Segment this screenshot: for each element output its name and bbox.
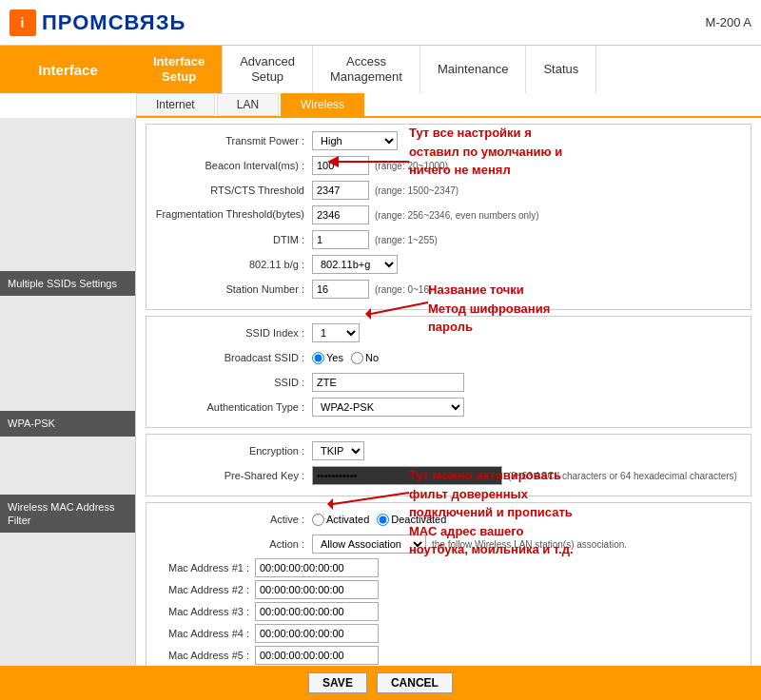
nav-tabs: InterfaceSetup AdvancedSetup AccessManag…	[136, 46, 761, 93]
dtim-input[interactable]	[312, 230, 369, 249]
nav-sidebar: Interface	[0, 46, 136, 93]
sub-tab-lan[interactable]: LAN	[217, 93, 279, 116]
mode-label: 802.11 b/g :	[150, 258, 312, 271]
mac-action-row: Action : Allow Association Deny Associat…	[150, 534, 747, 554]
transmit-power-select[interactable]: High Medium Low	[312, 131, 398, 150]
mac-address-3-input[interactable]	[255, 602, 379, 621]
mac-active-label: Active :	[150, 513, 312, 526]
mac-address-5-input[interactable]	[255, 646, 379, 665]
mac-address-1-label: Mac Address #1 :	[150, 562, 255, 574]
deactivated-radio[interactable]	[377, 514, 389, 526]
ssid-name-input[interactable]	[312, 373, 464, 392]
mac-address-1-row: Mac Address #1 :	[150, 558, 747, 577]
mac-active-radio-group: Activated Deactivated	[312, 514, 446, 526]
sub-tab-internet[interactable]: Internet	[136, 93, 215, 116]
beacon-label: Beacon Interval(ms) :	[150, 159, 312, 172]
rts-input[interactable]	[312, 181, 369, 200]
tab-maintenance[interactable]: Maintenance	[420, 46, 526, 93]
station-label: Station Number :	[150, 282, 312, 296]
beacon-row: Beacon Interval(ms) : (range: 20~1000)	[150, 155, 747, 176]
mac-address-2-row: Mac Address #2 :	[150, 580, 747, 599]
logo-icon: i	[10, 10, 36, 36]
broadcast-ssid-label: Broadcast SSID :	[150, 351, 312, 364]
broadcast-no-label[interactable]: No	[351, 352, 379, 364]
transmit-power-row: Transmit Power : High Medium Low	[150, 130, 747, 151]
transmit-power-label: Transmit Power :	[150, 134, 312, 147]
mode-row: 802.11 b/g : 802.11b+g 802.11b 802.11g	[150, 254, 747, 275]
beacon-input[interactable]	[312, 156, 369, 175]
sidebar: Multiple SSIDs Settings WPA-PSK Wireless…	[0, 118, 136, 700]
broadcast-yes-radio[interactable]	[312, 352, 324, 364]
header: i ПРОМСВЯЗЬ M-200 A	[0, 0, 761, 46]
mac-address-1-input[interactable]	[255, 558, 379, 577]
mac-address-4-label: Mac Address #4 :	[150, 628, 255, 639]
ssid-section: SSID Index : 1234 Broadcast SSID : Yes N…	[146, 316, 751, 428]
sub-tab-wireless[interactable]: Wireless	[281, 93, 364, 116]
model-label: M-200 A	[706, 15, 751, 29]
dtim-label: DTIM :	[150, 233, 312, 246]
content-area: Transmit Power : High Medium Low Beacon …	[136, 118, 761, 700]
auth-type-select[interactable]: WPA2-PSK WPA-PSK None	[312, 398, 464, 417]
ssid-index-row: SSID Index : 1234	[150, 322, 747, 343]
frag-row: Fragmentation Threshold(bytes) (range: 2…	[150, 204, 747, 225]
logo: i ПРОМСВЯЗЬ	[10, 10, 185, 36]
encryption-select[interactable]: TKIP AES TKIP+AES	[312, 441, 364, 460]
frag-label: Fragmentation Threshold(bytes)	[150, 208, 312, 221]
psk-input[interactable]	[312, 466, 502, 485]
ssid-index-select[interactable]: 1234	[312, 323, 360, 342]
ssid-name-row: SSID :	[150, 372, 747, 393]
mac-action-suffix: the follow Wireless LAN station(s) assoc…	[432, 539, 627, 550]
nav-bar: Interface InterfaceSetup AdvancedSetup A…	[0, 46, 761, 93]
beacon-hint: (range: 20~1000)	[375, 161, 448, 171]
encryption-label: Encryption :	[150, 444, 312, 457]
wireless-general-section: Transmit Power : High Medium Low Beacon …	[146, 124, 751, 310]
tab-interface-setup[interactable]: InterfaceSetup	[136, 46, 223, 93]
ssid-index-label: SSID Index :	[150, 326, 312, 340]
broadcast-ssid-row: Broadcast SSID : Yes No	[150, 347, 747, 368]
mac-active-row: Active : Activated Deactivated	[150, 509, 747, 530]
tab-advanced-setup[interactable]: AdvancedSetup	[223, 46, 313, 93]
sidebar-section-mac[interactable]: Wireless MAC Address Filter	[0, 495, 135, 534]
psk-label: Pre-Shared Key :	[150, 469, 312, 482]
sub-nav: Internet LAN Wireless	[136, 93, 761, 118]
broadcast-no-radio[interactable]	[351, 352, 363, 364]
tab-status[interactable]: Status	[526, 46, 596, 93]
station-hint: (range: 0~16)	[375, 284, 432, 295]
broadcast-yes-label[interactable]: Yes	[312, 352, 343, 364]
sidebar-section-wpa[interactable]: WPA-PSK	[0, 411, 135, 436]
mode-select[interactable]: 802.11b+g 802.11b 802.11g	[312, 255, 398, 274]
wpa-section: Encryption : TKIP AES TKIP+AES Pre-Share…	[146, 434, 751, 496]
psk-row: Pre-Shared Key : (8~63 ASCII characters …	[150, 465, 747, 486]
mac-address-5-row: Mac Address #5 :	[150, 646, 747, 665]
frag-hint: (range: 256~2346, even numbers only)	[375, 210, 539, 221]
dtim-hint: (range: 1~255)	[375, 235, 438, 245]
auth-type-row: Authentication Type : WPA2-PSK WPA-PSK N…	[150, 397, 747, 418]
dtim-row: DTIM : (range: 1~255)	[150, 229, 747, 250]
cancel-button[interactable]: CANCEL	[377, 672, 453, 693]
mac-address-3-label: Mac Address #3 :	[150, 606, 255, 617]
mac-action-select[interactable]: Allow Association Deny Association	[312, 535, 426, 554]
rts-row: RTS/CTS Threshold (range: 1500~2347)	[150, 180, 747, 201]
rts-hint: (range: 1500~2347)	[375, 185, 459, 196]
mac-address-3-row: Mac Address #3 :	[150, 602, 747, 621]
buttons-bar: SAVE CANCEL	[0, 666, 761, 700]
station-row: Station Number : (range: 0~16)	[150, 279, 747, 300]
psk-hint: (8~63 ASCII characters or 64 hexadecimal…	[508, 471, 737, 481]
mac-address-4-input[interactable]	[255, 624, 379, 643]
sidebar-section-ssid[interactable]: Multiple SSIDs Settings	[0, 271, 135, 296]
logo-text: ПРОМСВЯЗЬ	[42, 10, 185, 35]
mac-action-label: Action :	[150, 537, 312, 551]
activated-label[interactable]: Activated	[312, 514, 369, 526]
frag-input[interactable]	[312, 205, 369, 224]
save-button[interactable]: SAVE	[308, 672, 367, 693]
tab-access-management[interactable]: AccessManagement	[313, 46, 420, 93]
encryption-row: Encryption : TKIP AES TKIP+AES	[150, 440, 747, 461]
mac-address-2-label: Mac Address #2 :	[150, 584, 255, 595]
nav-sidebar-label: Interface	[38, 62, 98, 78]
activated-radio[interactable]	[312, 514, 324, 526]
deactivated-label[interactable]: Deactivated	[377, 514, 446, 526]
station-input[interactable]	[312, 280, 369, 299]
mac-address-2-input[interactable]	[255, 580, 379, 599]
rts-label: RTS/CTS Threshold	[150, 184, 312, 197]
main-layout: Multiple SSIDs Settings WPA-PSK Wireless…	[0, 118, 761, 700]
